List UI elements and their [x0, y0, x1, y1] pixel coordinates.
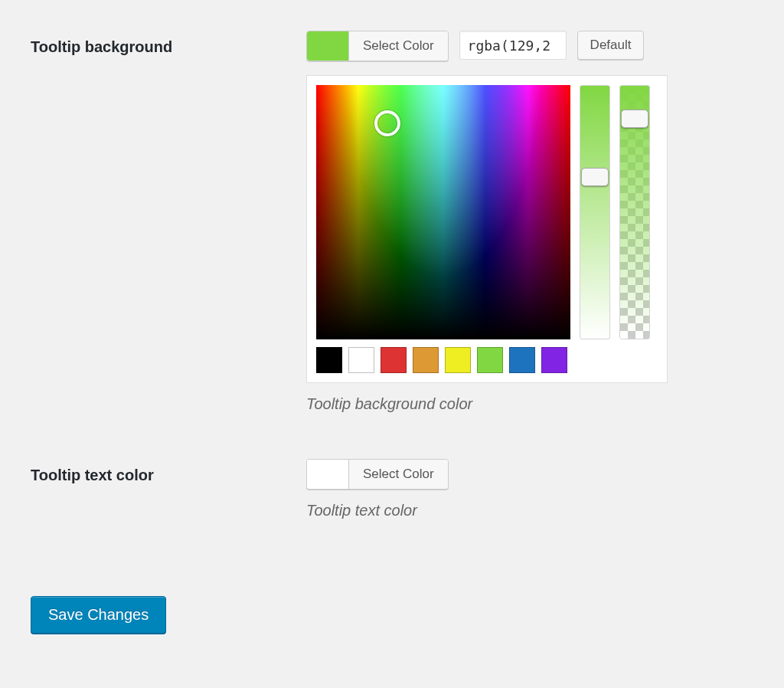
select-color-button[interactable]: Select Color	[306, 459, 449, 490]
spectrum-handle[interactable]	[374, 110, 400, 136]
field-label-tooltip-text-color: Tooltip text color	[31, 444, 306, 550]
palette-swatch[interactable]	[445, 347, 471, 373]
saturation-slider[interactable]	[580, 85, 610, 339]
field-label-tooltip-background: Tooltip background	[31, 15, 306, 444]
color-spectrum[interactable]	[316, 85, 570, 339]
select-color-label: Select Color	[348, 31, 448, 61]
select-color-button[interactable]: Select Color	[306, 31, 449, 61]
color-picker-panel	[306, 75, 668, 383]
select-color-label: Select Color	[348, 460, 448, 489]
color-palette	[316, 347, 658, 373]
color-swatch	[307, 460, 348, 489]
palette-swatch[interactable]	[316, 347, 342, 373]
palette-swatch[interactable]	[381, 347, 407, 373]
field-description: Tooltip text color	[306, 502, 753, 519]
color-swatch	[307, 31, 348, 61]
color-value-input[interactable]	[459, 31, 567, 60]
color-swatch-fill	[307, 31, 348, 61]
field-description: Tooltip background color	[306, 395, 753, 413]
palette-swatch[interactable]	[509, 347, 535, 373]
alpha-slider[interactable]	[619, 85, 650, 339]
palette-swatch[interactable]	[413, 347, 439, 373]
palette-swatch[interactable]	[541, 347, 567, 373]
color-picker-tooltip-text: Select Color	[306, 459, 753, 490]
alpha-handle[interactable]	[621, 110, 648, 128]
color-picker-tooltip-background: Select Color Default	[306, 31, 753, 61]
save-changes-button[interactable]: Save Changes	[31, 596, 166, 634]
default-button[interactable]: Default	[577, 31, 645, 60]
color-swatch-fill	[307, 460, 348, 489]
saturation-handle[interactable]	[581, 168, 609, 186]
palette-swatch[interactable]	[477, 347, 503, 373]
palette-swatch[interactable]	[348, 347, 374, 373]
